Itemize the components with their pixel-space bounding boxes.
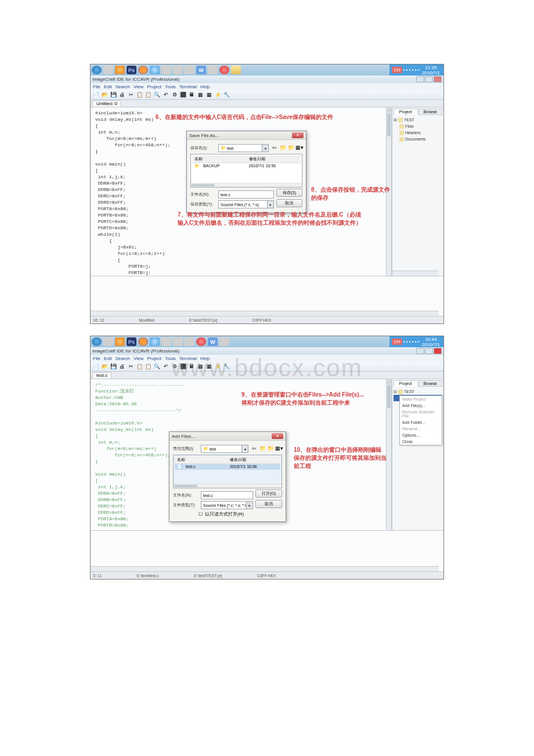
back-icon[interactable]: ⇦	[271, 145, 278, 152]
new-folder-icon[interactable]: 📁	[267, 445, 274, 452]
back-icon[interactable]: ⇦	[251, 445, 258, 452]
app-icon[interactable]	[219, 337, 229, 346]
minimize-button[interactable]	[416, 76, 424, 82]
build-icon[interactable]: ⚙	[171, 363, 178, 370]
paste-icon[interactable]: 📋	[145, 363, 152, 370]
cancel-button[interactable]: 取消	[255, 500, 282, 508]
ie-icon[interactable]	[150, 337, 160, 346]
sidebar-tab-browse[interactable]: Browse	[418, 109, 443, 115]
ctx-rename[interactable]: Rename...	[400, 426, 442, 432]
menu-terminal[interactable]: Terminal	[179, 356, 197, 361]
editor-tab[interactable]: test.c	[92, 372, 111, 379]
print-icon[interactable]: 🖨	[118, 91, 126, 99]
list-item[interactable]: 📄 test.c	[175, 464, 228, 470]
new-icon[interactable]: 📄	[92, 91, 100, 99]
menu-help[interactable]: Help	[200, 356, 210, 361]
app-icon[interactable]	[115, 66, 125, 74]
column-date[interactable]: 修改日期	[228, 456, 280, 463]
taskbar-clock[interactable]: 10:44 2010/7/1	[421, 337, 441, 347]
word-icon[interactable]: W	[196, 66, 206, 74]
build-icon[interactable]: ⚙	[171, 91, 178, 99]
undo-icon[interactable]: ↶	[162, 363, 169, 370]
filename-input[interactable]: test.c	[218, 190, 274, 199]
chip-icon[interactable]: ▦	[205, 91, 213, 99]
filename-input[interactable]: test.c	[201, 491, 253, 499]
ctx-close[interactable]: Close	[400, 438, 442, 445]
calc-icon[interactable]: 🖩	[188, 363, 196, 370]
close-button[interactable]	[434, 76, 442, 82]
horizontal-scrollbar[interactable]	[91, 311, 439, 316]
calc-icon[interactable]: 🖩	[188, 91, 196, 99]
menu-project[interactable]: Project	[147, 356, 161, 361]
menu-view[interactable]: View	[134, 356, 143, 361]
chevron-down-icon[interactable]: ▾	[246, 502, 252, 509]
save-button[interactable]: 保存(S)	[276, 189, 302, 197]
close-button[interactable]	[434, 348, 442, 354]
menu-search[interactable]: Search	[116, 84, 130, 89]
ime-indicator[interactable]: CH	[392, 67, 402, 73]
paste-icon[interactable]: 📋	[145, 91, 152, 99]
sidebar-tab-project[interactable]: Project	[394, 380, 418, 387]
list-item[interactable]: 📁 BACKUP	[192, 163, 247, 169]
cut-icon[interactable]: ✂	[127, 363, 135, 370]
menu-view[interactable]: View	[134, 84, 143, 89]
tool-icon[interactable]: 🔧	[223, 363, 230, 370]
word-icon[interactable]: W	[208, 337, 218, 346]
open-icon[interactable]: 📂	[101, 363, 109, 370]
file-list[interactable]: 名称 修改日期 📁 BACKUP 2010/7/1 10:56	[190, 154, 302, 188]
undo-icon[interactable]: ↶	[162, 91, 169, 99]
chevron-down-icon[interactable]: ▾	[262, 145, 268, 152]
folder-icon[interactable]	[231, 66, 241, 74]
ie-icon[interactable]	[150, 66, 160, 74]
chip-icon[interactable]: ▦	[205, 363, 213, 370]
start-icon[interactable]	[92, 337, 102, 346]
taskbar-clock[interactable]: 11:35 2010/7/1	[421, 65, 441, 75]
filetype-combo[interactable]: Source Files (*.c; *.s; *.h) ▾	[201, 501, 253, 509]
code-editor[interactable]: /*------------------------------ Functio…	[91, 379, 392, 530]
open-icon[interactable]: 📂	[101, 91, 109, 99]
ctx-options[interactable]: Options...	[400, 432, 442, 438]
menu-edit[interactable]: Edit	[104, 84, 112, 89]
stop-icon[interactable]: ⬛	[179, 363, 187, 370]
column-name[interactable]: 名称	[175, 456, 228, 463]
print-icon[interactable]: 🖨	[118, 363, 126, 370]
term-icon[interactable]: ▦	[197, 363, 204, 370]
menu-tools[interactable]: Tools	[165, 356, 176, 361]
app-icon[interactable]	[208, 66, 218, 74]
menu-file[interactable]: File	[93, 356, 100, 361]
new-icon[interactable]: 📄	[92, 363, 100, 370]
term-icon[interactable]: ▦	[197, 91, 204, 99]
app-icon[interactable]	[173, 66, 183, 74]
isp-icon[interactable]: ⚡	[214, 363, 222, 370]
folder-combo[interactable]: 📁 test ▾	[201, 445, 248, 453]
cancel-button[interactable]: 取消	[276, 199, 302, 207]
ctx-add-files[interactable]: Add File(s)...	[400, 402, 442, 409]
chevron-down-icon[interactable]: ▾	[241, 445, 248, 452]
ctx-remove-file[interactable]: Remove Selected File	[400, 409, 442, 419]
app-icon[interactable]	[219, 66, 229, 74]
save-icon[interactable]: 💾	[110, 363, 117, 370]
new-folder-icon[interactable]: 📁	[287, 145, 294, 152]
menu-search[interactable]: Search	[116, 356, 130, 361]
dialog-close-button[interactable]: ✕	[292, 132, 304, 138]
app-icon[interactable]	[173, 337, 183, 346]
filetype-combo[interactable]: Source Files (*.c; *.s) ▾	[218, 200, 274, 208]
menu-help[interactable]: Help	[200, 84, 210, 89]
maximize-button[interactable]	[425, 348, 433, 354]
menu-project[interactable]: Project	[147, 84, 161, 89]
folder-combo[interactable]: 📁 test ▾	[218, 144, 269, 152]
editor-tab[interactable]: Untitled: 0	[92, 100, 121, 107]
explorer-icon[interactable]	[161, 337, 171, 346]
copy-icon[interactable]: 📋	[136, 363, 143, 370]
code-editor[interactable]: #include<iom16.h> void delay_ms(int ms) …	[91, 107, 392, 276]
app-icon[interactable]	[196, 337, 206, 346]
horizontal-scrollbar[interactable]	[392, 271, 439, 276]
ctx-make-project[interactable]: Make Project	[400, 396, 442, 402]
photoshop-icon[interactable]: Ps	[127, 66, 136, 74]
isp-icon[interactable]: ⚡	[214, 91, 222, 99]
column-date[interactable]: 修改日期	[247, 156, 301, 163]
project-tree[interactable]: ⊟ TEST Files Headers Documents	[394, 117, 442, 142]
copy-icon[interactable]: 📋	[136, 91, 143, 99]
dialog-close-button[interactable]: ✕	[272, 433, 283, 439]
up-icon[interactable]: 📁	[279, 145, 286, 152]
